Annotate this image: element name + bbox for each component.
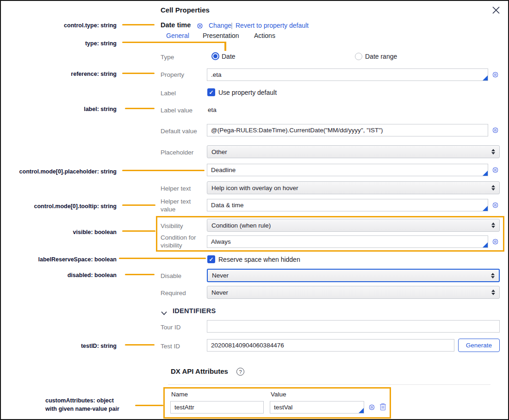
label-value-text: eta <box>208 106 217 113</box>
annotation-connector <box>125 344 155 346</box>
disable-select[interactable]: Never <box>207 269 500 282</box>
annotation-connector <box>122 170 205 171</box>
placeholder-select-value: Other <box>211 148 227 155</box>
visibility-select[interactable]: Condition (when rule) <box>207 219 500 232</box>
expression-triangle <box>483 206 488 211</box>
required-label: Required <box>161 289 205 297</box>
required-select[interactable]: Never <box>207 286 500 299</box>
tour-id-label: Tour ID <box>161 323 205 331</box>
attribute-name-input-field[interactable] <box>171 401 263 413</box>
property-input[interactable] <box>207 68 488 81</box>
helper-text-value-label: Helper text value <box>161 198 205 213</box>
cell-properties-dialog: control.type: string type: string refere… <box>0 0 509 420</box>
tab-presentation[interactable]: Presentation <box>203 32 239 39</box>
test-id-input-field[interactable] <box>207 340 454 351</box>
annotation-reference: reference: string <box>1 70 117 78</box>
visibility-select-value: Condition (when rule) <box>211 222 271 229</box>
gear-icon[interactable] <box>491 201 500 211</box>
radio-dot <box>213 54 217 58</box>
annotation-connector <box>122 24 155 25</box>
use-property-default-checkbox[interactable]: ✓ <box>207 88 215 96</box>
annotation-custom-attributes-line1: customAttributes: object <box>45 396 166 405</box>
property-input-field[interactable] <box>207 69 488 80</box>
expression-triangle <box>359 408 364 413</box>
label-value-label: Label value <box>161 106 205 114</box>
condition-for-visibility-input-field[interactable] <box>207 236 488 247</box>
select-spinner-icon <box>491 149 495 154</box>
placeholder-label: Placeholder <box>161 148 205 156</box>
page-title: Cell Properties <box>161 6 210 14</box>
disable-label: Disable <box>161 272 205 280</box>
annotation-placeholder: control.mode[0].placeholder: string <box>1 167 117 176</box>
helper-text-select[interactable]: Help icon with overlay on hover <box>207 181 500 194</box>
annotation-disabled: disabled: boolean <box>1 271 117 279</box>
reserve-space-checkbox[interactable]: ✓ <box>207 255 215 263</box>
close-icon[interactable] <box>490 5 502 18</box>
use-property-default-label[interactable]: Use property default <box>218 89 277 96</box>
default-value-input[interactable] <box>207 124 488 136</box>
radio-date-range[interactable] <box>355 53 362 60</box>
disable-select-value: Never <box>212 272 229 279</box>
test-id-input[interactable] <box>207 339 454 352</box>
annotation-test-id: testID: string <box>1 342 117 350</box>
radio-date-range-label[interactable]: Date range <box>365 53 397 60</box>
generate-button[interactable]: Generate <box>458 339 500 352</box>
annotation-label: label: string <box>1 105 117 113</box>
attribute-value-header: Value <box>271 391 286 398</box>
tour-id-input[interactable] <box>207 320 500 333</box>
annotation-connector <box>119 258 206 259</box>
select-spinner-icon <box>491 290 495 295</box>
placeholder-value-input-field[interactable] <box>207 164 488 176</box>
required-select-value: Never <box>211 289 228 296</box>
placeholder-select[interactable]: Other <box>207 145 500 158</box>
annotation-control-type: control.type: string <box>1 21 117 30</box>
help-icon[interactable]: ? <box>236 368 244 376</box>
link-separator: | <box>231 22 233 29</box>
annotation-connector <box>122 204 155 206</box>
gear-icon[interactable] <box>367 403 376 414</box>
reserve-space-label[interactable]: Reserve space when hidden <box>218 256 300 263</box>
attribute-name-input[interactable] <box>170 401 264 414</box>
default-value-label: Default value <box>161 127 205 135</box>
expression-triangle <box>483 242 488 247</box>
annotation-connector <box>125 108 155 109</box>
annotation-tooltip: control.mode[0].tooltip: string <box>1 202 117 210</box>
select-spinner-icon <box>491 273 495 278</box>
placeholder-value-input[interactable] <box>207 164 488 176</box>
tab-actions[interactable]: Actions <box>254 32 275 39</box>
radio-date[interactable] <box>211 52 219 60</box>
property-label: Property <box>161 71 205 79</box>
control-name: Date time <box>161 21 191 29</box>
chevron-down-icon[interactable] <box>161 309 168 318</box>
visibility-label: Visibility <box>161 222 205 230</box>
select-spinner-icon <box>491 222 495 228</box>
helper-text-value-input-field[interactable] <box>207 199 488 211</box>
identifiers-section-header[interactable]: IDENTIFIERS <box>173 307 216 315</box>
gear-icon[interactable] <box>491 237 500 248</box>
annotation-visible: visible: boolean <box>1 228 117 236</box>
tab-general[interactable]: General <box>166 32 189 39</box>
annotation-type: type: string <box>1 39 117 48</box>
radio-date-label[interactable]: Date <box>222 53 236 60</box>
gear-icon[interactable] <box>491 126 500 136</box>
gear-icon[interactable] <box>491 70 500 81</box>
expression-triangle <box>483 75 488 80</box>
tour-id-input-field[interactable] <box>207 321 499 332</box>
gear-icon[interactable] <box>196 22 204 32</box>
helper-text-value-input[interactable] <box>207 199 488 211</box>
attribute-value-input[interactable] <box>270 401 364 414</box>
label-label: Label <box>161 89 205 97</box>
default-value-input-field[interactable] <box>207 124 488 136</box>
gear-icon[interactable] <box>491 166 500 176</box>
change-link[interactable]: Change <box>209 22 231 29</box>
attribute-value-input-field[interactable] <box>270 401 364 413</box>
select-spinner-icon <box>491 185 495 191</box>
annotation-connector-elbow <box>224 42 226 51</box>
annotation-connector <box>125 274 155 275</box>
attribute-name-header: Name <box>171 391 188 398</box>
revert-link[interactable]: Revert to property default <box>236 22 309 29</box>
type-label: Type <box>161 53 205 61</box>
condition-for-visibility-input[interactable] <box>207 235 488 248</box>
helper-text-select-value: Help icon with overlay on hover <box>211 185 298 191</box>
trash-icon[interactable] <box>379 402 387 413</box>
